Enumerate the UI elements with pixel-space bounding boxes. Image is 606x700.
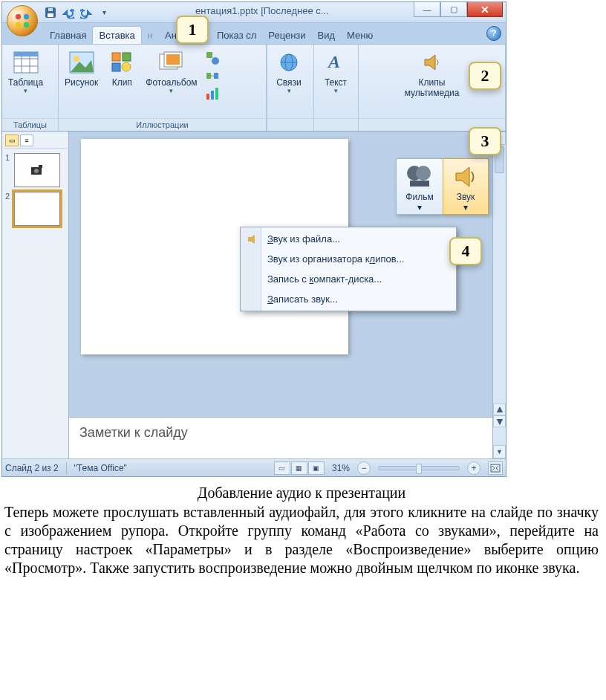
smartart-icon[interactable]	[205, 68, 220, 83]
next-slide-icon[interactable]: ⯆	[493, 415, 506, 427]
maximize-button[interactable]: ▢	[440, 2, 467, 17]
shapes-column	[205, 48, 220, 101]
titlebar: ▾ ентация1.pptx [Последнее с... — ▢ ✕	[2, 2, 506, 23]
speaker-small-icon	[247, 233, 258, 245]
normal-view-icon[interactable]: ▭	[274, 461, 290, 475]
powerpoint-window: ▾ ентация1.pptx [Последнее с... — ▢ ✕ Гл…	[1, 1, 506, 477]
status-theme: "Тема Office"	[74, 463, 127, 473]
vertical-scrollbar[interactable]: ▲ ⯅ ⯆ ▼	[492, 132, 506, 458]
shapes-icon[interactable]	[205, 51, 220, 65]
window-title: ентация1.pptx [Последнее с...	[195, 5, 329, 16]
group-text: A Текст ▾	[314, 45, 359, 131]
tab-slideshow[interactable]: Показ сл	[211, 27, 262, 44]
tab-hidden[interactable]: н	[142, 27, 159, 44]
speaker-icon	[419, 49, 446, 76]
tab-home[interactable]: Главная	[44, 27, 92, 44]
media-clips-button[interactable]: Клипы мультимедиа	[395, 48, 469, 100]
zoom-out-button[interactable]: −	[357, 461, 371, 475]
panel-tabs: ▭ ≡	[4, 133, 67, 149]
text-icon: A	[322, 49, 349, 76]
body-paragraph: Теперь можете прослушать вставленный ауд…	[4, 503, 599, 577]
svg-point-0	[16, 14, 21, 19]
table-button[interactable]: Таблица ▾	[5, 48, 46, 95]
minimize-button[interactable]: —	[414, 2, 440, 17]
svg-rect-27	[211, 91, 214, 100]
svg-point-38	[416, 166, 431, 181]
qat-more-icon[interactable]: ▾	[97, 6, 111, 19]
thumb-1-preview	[14, 153, 60, 187]
zoom-in-button[interactable]: +	[467, 461, 480, 475]
thumb-2[interactable]: 2	[5, 192, 65, 226]
dd-sound-from-file[interactable]: Звук из файла...	[242, 229, 454, 249]
thumb-2-preview	[14, 192, 60, 226]
svg-point-34	[34, 169, 39, 173]
sound-dropdown: Звук из файла... Звук из организатора кл…	[240, 227, 457, 311]
figure-caption: Добавление аудио к презентации	[4, 485, 599, 502]
zoom-slider-thumb[interactable]	[416, 464, 422, 474]
group-tables: Таблица ▾ Таблицы	[2, 45, 59, 131]
callout-3: 3	[469, 127, 501, 155]
status-zoom: 31%	[332, 463, 350, 473]
undo-icon[interactable]	[62, 6, 75, 19]
view-buttons: ▭ ▦ ▣	[274, 461, 325, 475]
movie-button[interactable]: Фильм ▾	[397, 159, 443, 214]
zoom-slider[interactable]	[378, 466, 460, 470]
scroll-down-icon[interactable]: ▼	[493, 445, 506, 458]
svg-rect-25	[214, 73, 218, 79]
svg-rect-17	[112, 63, 120, 71]
fit-window-button[interactable]	[488, 461, 503, 475]
clip-label: Клип	[112, 77, 132, 88]
group-links: Связи ▾	[267, 45, 314, 131]
sorter-view-icon[interactable]: ▦	[291, 461, 307, 475]
tab-insert[interactable]: Вставка	[92, 26, 141, 44]
outline-tab-icon[interactable]: ≡	[20, 135, 33, 146]
notes-area[interactable]: Заметки к слайду	[69, 417, 492, 458]
photoalbum-label: Фотоальбом	[146, 77, 197, 88]
text-button[interactable]: A Текст ▾	[317, 48, 354, 95]
clip-button[interactable]: Клип	[105, 48, 138, 89]
picture-icon	[68, 49, 95, 76]
dd-sound-from-organizer[interactable]: Звук из организатора клипов...	[242, 249, 454, 269]
tab-review[interactable]: Рецензи	[262, 27, 311, 44]
slides-tab-icon[interactable]: ▭	[5, 135, 19, 146]
document-text: Добавление аудио к презентации Теперь мо…	[0, 477, 603, 580]
close-button[interactable]: ✕	[467, 2, 503, 17]
photoalbum-button[interactable]: Фотоальбом ▾	[143, 48, 200, 95]
tab-menu[interactable]: Меню	[341, 27, 379, 44]
svg-rect-15	[112, 53, 120, 61]
group-illustrations: Рисунок Клип Фотоальбом ▾ Иллюстрации	[59, 45, 267, 131]
media-popup: Фильм ▾ Звук ▾	[396, 158, 489, 215]
thumb-1[interactable]: 1	[5, 153, 65, 187]
callout-1: 1	[176, 16, 209, 44]
links-label: Связи	[276, 77, 302, 88]
office-button[interactable]	[7, 5, 38, 36]
slide-panel: ▭ ≡ 1 2	[2, 132, 69, 458]
status-slide: Слайд 2 из 2	[5, 463, 59, 473]
svg-point-2	[16, 22, 21, 27]
ribbon-tabs: Главная Вставка н Анимаци Показ сл Рецен…	[44, 23, 506, 44]
svg-rect-35	[39, 165, 42, 168]
help-button[interactable]: ?	[486, 26, 501, 41]
picture-label: Рисунок	[65, 77, 98, 88]
dd-from-cd[interactable]: Запись с компакт-диска...	[242, 269, 454, 289]
prev-slide-icon[interactable]: ⯅	[493, 404, 506, 415]
sound-button[interactable]: Звук ▾	[443, 158, 489, 215]
svg-rect-22	[206, 52, 212, 58]
dd-record-sound[interactable]: Записать звук...	[242, 289, 454, 309]
svg-point-23	[212, 57, 219, 65]
save-icon[interactable]	[44, 6, 57, 19]
group-text-label	[314, 118, 358, 131]
chart-icon[interactable]	[205, 86, 220, 101]
tab-view[interactable]: Вид	[312, 27, 342, 44]
links-button[interactable]: Связи ▾	[270, 48, 307, 95]
clip-icon	[108, 49, 135, 76]
picture-button[interactable]: Рисунок	[62, 48, 101, 89]
group-links-label	[267, 118, 313, 131]
window-buttons: — ▢ ✕	[414, 2, 503, 17]
redo-icon[interactable]	[79, 6, 93, 19]
sound-label: Звук	[457, 192, 475, 202]
group-illustrations-label: Иллюстрации	[59, 118, 266, 131]
dd-item-1-rest: вук из файла...	[273, 233, 340, 244]
slideshow-view-icon[interactable]: ▣	[308, 461, 325, 475]
svg-text:A: A	[327, 52, 340, 71]
